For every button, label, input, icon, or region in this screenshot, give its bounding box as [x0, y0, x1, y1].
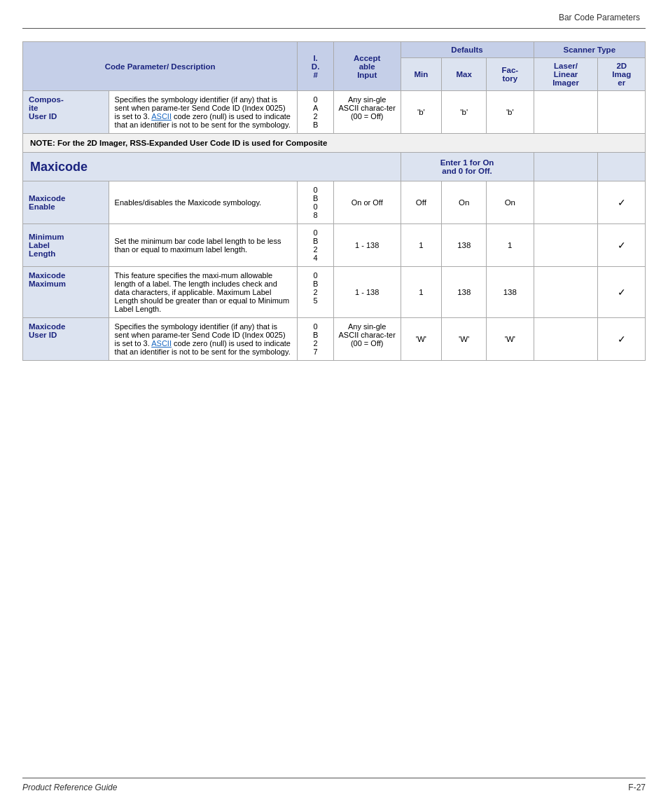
maxicode-max-row: MaxicodeMaximum This feature specifies t… — [23, 267, 646, 318]
note-cell: NOTE: For the 2D Imager, RSS-Expanded Us… — [23, 134, 646, 153]
maxicode-userid-factory-cell: 'W' — [487, 318, 534, 361]
min-label-param-label: MinimumLabelLength — [29, 233, 64, 258]
composite-param-label: Compos-iteUser ID — [29, 95, 64, 121]
col-header-max: Max — [442, 58, 487, 91]
ascii-link-composite: ASCII — [151, 112, 172, 121]
maxicode-userid-param-cell: MaxicodeUser ID — [23, 318, 109, 361]
maxicode-enter-note: Enter 1 for Onand 0 for Off. — [440, 158, 494, 175]
enable-accept-cell: On or Off — [333, 181, 401, 224]
header-divider — [22, 28, 646, 29]
enable-factory-cell: On — [487, 181, 534, 224]
col-header-laser: Laser/LinearImager — [534, 58, 598, 91]
min-label-laser-cell — [534, 224, 598, 267]
maxicode-userid-row: MaxicodeUser ID Specifies the symbology … — [23, 318, 646, 361]
footer-right: F-27 — [628, 783, 646, 792]
col-header-factory: Fac-tory — [487, 58, 534, 91]
composite-factory-cell: 'b' — [487, 91, 534, 134]
maxicode-userid-laser-cell — [534, 318, 598, 361]
enable-laser-cell — [534, 181, 598, 224]
col-header-2d: 2DImager — [598, 58, 646, 91]
col-header-id: I.D.# — [298, 42, 334, 91]
page-footer: Product Reference Guide F-27 — [22, 778, 646, 792]
maxicode-title-cell: Maxicode — [23, 153, 401, 181]
composite-id-cell: 0A2B — [298, 91, 334, 134]
enable-param-label: MaxicodeEnable — [29, 194, 65, 211]
min-label-2d-cell: ✓ — [598, 224, 646, 267]
min-label-min-cell: 1 — [401, 224, 442, 267]
composite-2d-cell — [598, 91, 646, 134]
maxicode-max-min-cell: 1 — [401, 267, 442, 318]
col-header-param: Code Parameter/ Description — [23, 42, 298, 91]
col-header-defaults: Defaults — [401, 42, 534, 58]
maxicode-max-desc-cell: This feature specifies the maxi-mum allo… — [109, 267, 298, 318]
footer-left: Product Reference Guide — [22, 783, 117, 792]
maxicode-max-2d-cell: ✓ — [598, 267, 646, 318]
maxicode-max-param-cell: MaxicodeMaximum — [23, 267, 109, 318]
enable-id-cell: 0B08 — [298, 181, 334, 224]
maxicode-userid-min-cell: 'W' — [401, 318, 442, 361]
min-label-desc-cell: Set the minimum bar code label length to… — [109, 224, 298, 267]
composite-laser-cell — [534, 91, 598, 134]
col-header-accept: AcceptableInput — [333, 42, 401, 91]
enable-min-cell: Off — [401, 181, 442, 224]
maxicode-max-param-label: MaxicodeMaximum — [29, 271, 66, 288]
maxicode-max-factory-cell: 138 — [487, 267, 534, 318]
maxicode-header-2d — [598, 153, 646, 181]
composite-param-cell: Compos-iteUser ID — [23, 91, 109, 134]
maxicode-userid-desc-cell: Specifies the symbology identifier (if a… — [109, 318, 298, 361]
maxicode-enable-row: MaxicodeEnable Enables/disables the Maxi… — [23, 181, 646, 224]
maxicode-max-id-cell: 0B25 — [298, 267, 334, 318]
maxicode-header-laser — [534, 153, 598, 181]
min-label-accept-cell: 1 - 138 — [333, 224, 401, 267]
composite-desc-cell: Specifies the symbology identifier (if a… — [109, 91, 298, 134]
maxicode-userid-accept-cell: Any sin-gle ASCII charac-ter (00 = Off) — [333, 318, 401, 361]
min-label-row: MinimumLabelLength Set the minimum bar c… — [23, 224, 646, 267]
enable-max-cell: On — [442, 181, 487, 224]
min-label-factory-cell: 1 — [487, 224, 534, 267]
maxicode-title: Maxicode — [30, 160, 88, 174]
composite-max-cell: 'b' — [442, 91, 487, 134]
parameters-table: Code Parameter/ Description I.D.# Accept… — [22, 41, 646, 361]
composite-row: Compos-iteUser ID Specifies the symbolog… — [23, 91, 646, 134]
min-label-max-cell: 138 — [442, 224, 487, 267]
composite-accept-cell: Any sin-gle ASCII charac-ter (00 = Off) — [333, 91, 401, 134]
ascii-link-userid: ASCII — [151, 339, 172, 347]
composite-min-cell: 'b' — [401, 91, 442, 134]
enable-desc-cell: Enables/disables the Maxicode symbology. — [109, 181, 298, 224]
maxicode-header-row: Maxicode Enter 1 for Onand 0 for Off. — [23, 153, 646, 181]
maxicode-userid-max-cell: 'W' — [442, 318, 487, 361]
note-row: NOTE: For the 2D Imager, RSS-Expanded Us… — [23, 134, 646, 153]
main-content: Code Parameter/ Description I.D.# Accept… — [0, 41, 668, 361]
header-title: Bar Code Parameters — [559, 13, 640, 22]
col-header-min: Min — [401, 58, 442, 91]
maxicode-note-cell: Enter 1 for Onand 0 for Off. — [401, 153, 534, 181]
maxicode-userid-param-label: MaxicodeUser ID — [29, 322, 65, 339]
maxicode-max-max-cell: 138 — [442, 267, 487, 318]
maxicode-max-accept-cell: 1 - 138 — [333, 267, 401, 318]
maxicode-max-laser-cell — [534, 267, 598, 318]
maxicode-userid-2d-cell: ✓ — [598, 318, 646, 361]
enable-2d-cell: ✓ — [598, 181, 646, 224]
min-label-id-cell: 0B24 — [298, 224, 334, 267]
col-header-scanner: Scanner Type — [534, 42, 645, 58]
maxicode-userid-id-cell: 0B27 — [298, 318, 334, 361]
page-header: Bar Code Parameters — [0, 0, 668, 28]
enable-param-cell: MaxicodeEnable — [23, 181, 109, 224]
min-label-param-cell: MinimumLabelLength — [23, 224, 109, 267]
